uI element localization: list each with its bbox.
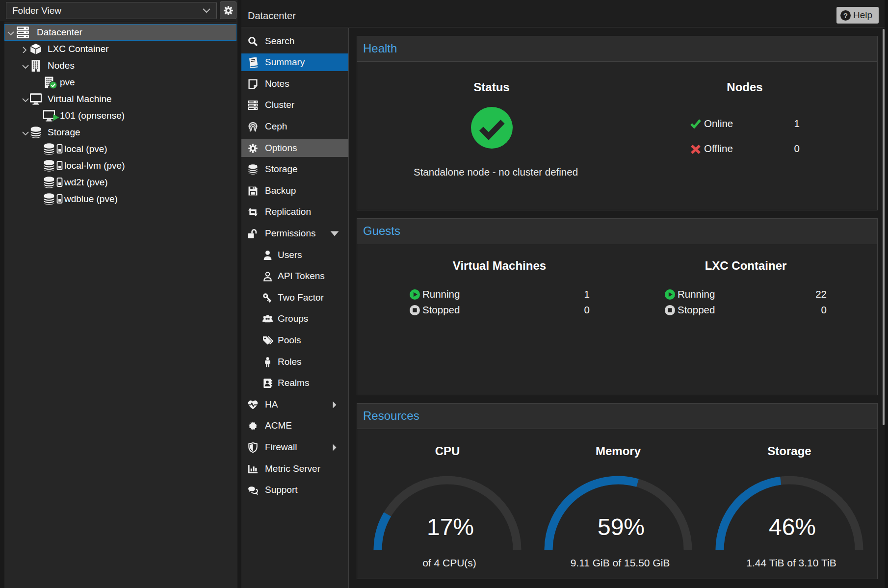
svg-text:?: ? <box>843 11 848 19</box>
